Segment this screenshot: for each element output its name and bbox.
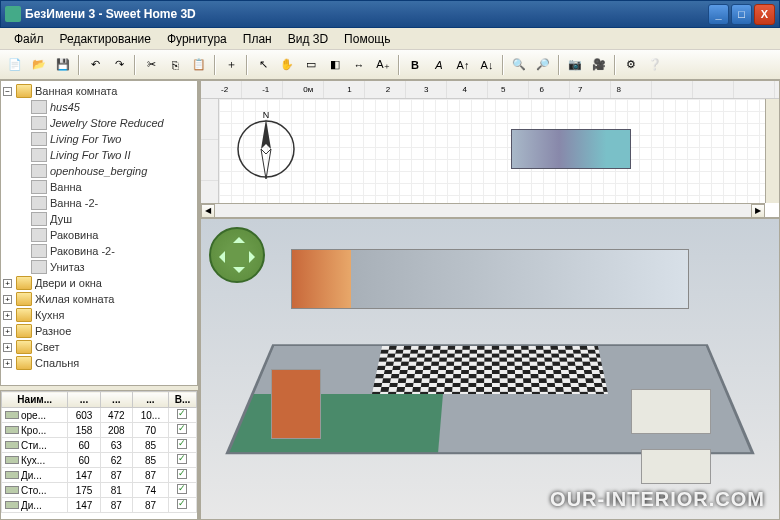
menu-3d[interactable]: Вид 3D [280,30,336,48]
column-header[interactable]: В... [168,392,196,408]
cell-visible[interactable] [168,438,196,453]
furniture-catalog-tree[interactable]: − Ванная комната hus45Jewelry Store Redu… [0,80,198,386]
tree-root-bathroom[interactable]: − Ванная комната [3,83,195,99]
column-header[interactable]: ... [68,392,100,408]
font-plus-icon[interactable]: A↑ [452,54,474,76]
cell-visible[interactable] [168,408,196,423]
cell-visible[interactable] [168,498,196,513]
plan-2d-view[interactable]: -2-10м12345678 N ◀ ▶ [200,80,780,218]
tree-category[interactable]: +Свет [3,339,195,355]
tree-item[interactable]: hus45 [31,99,195,115]
cell-visible[interactable] [168,453,196,468]
table-row[interactable]: Ди...1478787 [2,468,197,483]
font-minus-icon[interactable]: A↓ [476,54,498,76]
paste-icon[interactable]: 📋 [188,54,210,76]
close-button[interactable]: X [754,4,775,25]
bold-icon[interactable]: B [404,54,426,76]
tree-category[interactable]: +Кухня [3,307,195,323]
tree-item[interactable]: Jewelry Store Reduced [31,115,195,131]
compass-icon[interactable]: N [231,109,301,179]
settings-icon[interactable]: ⚙ [620,54,642,76]
maximize-button[interactable]: □ [731,4,752,25]
nav-left-icon[interactable] [213,251,225,263]
zoom-in-icon[interactable]: 🔍 [508,54,530,76]
nav-right-icon[interactable] [249,251,261,263]
camera-icon[interactable]: 📷 [564,54,586,76]
tree-category[interactable]: +Спальня [3,355,195,371]
column-header[interactable]: ... [132,392,168,408]
zoom-out-icon[interactable]: 🔎 [532,54,554,76]
tree-item[interactable]: Душ [31,211,195,227]
furniture-list[interactable]: Наим............В... ope...60347210...Кр… [0,390,198,520]
folder-icon[interactable]: 📂 [28,54,50,76]
undo-icon[interactable]: ↶ [84,54,106,76]
redo-icon[interactable]: ↷ [108,54,130,76]
expand-toggle[interactable]: + [3,327,12,336]
table-row[interactable]: Кро...15820870 [2,423,197,438]
nav-up-icon[interactable] [233,231,245,243]
wall-icon[interactable]: ▭ [300,54,322,76]
hand-icon[interactable]: ✋ [276,54,298,76]
new-icon[interactable]: 📄 [4,54,26,76]
add-furniture-icon[interactable]: ＋ [220,54,242,76]
virtual-visit-icon[interactable]: 🎥 [588,54,610,76]
column-header[interactable]: ... [100,392,132,408]
italic-icon[interactable]: A [428,54,450,76]
table-row[interactable]: Кух...606285 [2,453,197,468]
tree-item[interactable]: Унитаз [31,259,195,275]
menu-file[interactable]: Файл [6,30,52,48]
window-titlebar[interactable]: БезИмени 3 - Sweet Home 3D _ □ X [0,0,780,28]
expand-toggle[interactable]: + [3,311,12,320]
expand-toggle[interactable]: + [3,359,12,368]
tree-category[interactable]: +Жилая комната [3,291,195,307]
save-icon[interactable]: 💾 [52,54,74,76]
help-icon[interactable]: ❔ [644,54,666,76]
expand-toggle[interactable]: + [3,295,12,304]
room-icon[interactable]: ◧ [324,54,346,76]
checkbox-icon[interactable] [177,469,187,479]
text-icon[interactable]: A₊ [372,54,394,76]
checkbox-icon[interactable] [177,439,187,449]
tree-item[interactable]: Living For Two II [31,147,195,163]
tree-item[interactable]: openhouse_berging [31,163,195,179]
menu-edit[interactable]: Редактирование [52,30,159,48]
tree-item[interactable]: Living For Two [31,131,195,147]
checkbox-icon[interactable] [177,409,187,419]
menu-furniture[interactable]: Фурнитура [159,30,235,48]
floor-plan-object[interactable] [511,129,631,169]
minimize-button[interactable]: _ [708,4,729,25]
menu-help[interactable]: Помощь [336,30,398,48]
view-3d[interactable]: OUR-INTERIOR.COM [200,218,780,520]
nav-down-icon[interactable] [233,267,245,279]
tree-item[interactable]: Раковина [31,227,195,243]
scroll-track[interactable] [215,204,751,217]
expand-toggle[interactable]: + [3,279,12,288]
checkbox-icon[interactable] [177,484,187,494]
cell-visible[interactable] [168,483,196,498]
vertical-scrollbar[interactable] [765,99,779,203]
scroll-left-button[interactable]: ◀ [201,204,215,218]
table-row[interactable]: Ди...1478787 [2,498,197,513]
checkbox-icon[interactable] [177,454,187,464]
dimension-icon[interactable]: ↔ [348,54,370,76]
expand-toggle[interactable]: − [3,87,12,96]
tree-item[interactable]: Ванна -2- [31,195,195,211]
pointer-icon[interactable]: ↖ [252,54,274,76]
3d-navigation-pad[interactable] [209,227,265,283]
table-row[interactable]: Сто...1758174 [2,483,197,498]
table-row[interactable]: Сти...606385 [2,438,197,453]
tree-item[interactable]: Раковина -2- [31,243,195,259]
cut-icon[interactable]: ✂ [140,54,162,76]
expand-toggle[interactable]: + [3,343,12,352]
checkbox-icon[interactable] [177,499,187,509]
checkbox-icon[interactable] [177,424,187,434]
copy-icon[interactable]: ⎘ [164,54,186,76]
menu-plan[interactable]: План [235,30,280,48]
horizontal-scrollbar[interactable]: ◀ ▶ [201,203,765,217]
table-row[interactable]: ope...60347210... [2,408,197,423]
cell-visible[interactable] [168,468,196,483]
plan-grid[interactable] [219,99,779,203]
tree-category[interactable]: +Двери и окна [3,275,195,291]
tree-item[interactable]: Ванна [31,179,195,195]
scroll-right-button[interactable]: ▶ [751,204,765,218]
